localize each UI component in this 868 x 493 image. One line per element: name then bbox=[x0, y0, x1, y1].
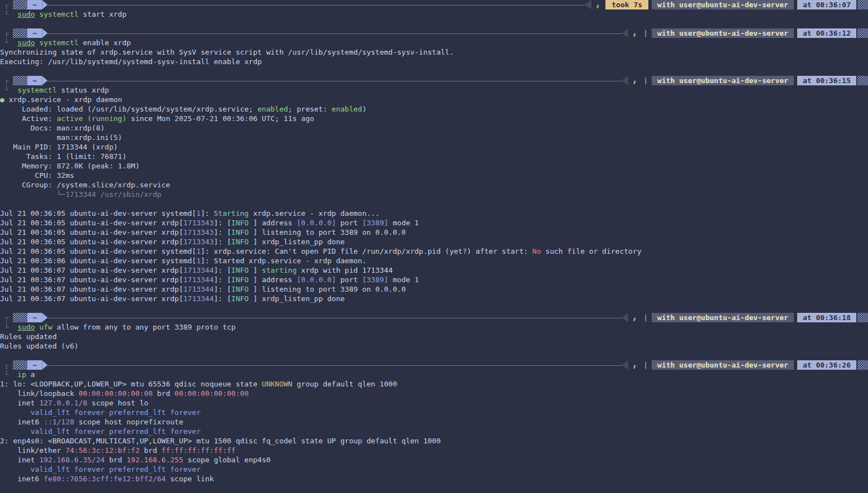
prompt-corner-top: ┌ bbox=[0, 313, 13, 322]
edge-dither-block-icon bbox=[857, 360, 868, 370]
output-text: ]: [ bbox=[214, 275, 231, 284]
home-badge-label: ~ bbox=[32, 28, 37, 38]
output-text: group default qlen 1000 bbox=[292, 379, 397, 389]
output-text: INFO bbox=[231, 228, 253, 237]
output-text: [3389] bbox=[362, 275, 389, 284]
prompt-corner-bottom: └ bbox=[0, 370, 17, 379]
output-text: brd bbox=[105, 455, 127, 465]
powerline-chevron-left-icon bbox=[622, 28, 628, 38]
status-ok-icon: , bbox=[632, 27, 638, 36]
os-dither-block-icon bbox=[13, 0, 27, 9]
command-text: enable xrdp bbox=[79, 38, 131, 47]
output-row: Docs: man:xrdp(8) bbox=[0, 123, 868, 133]
output-text: scope link bbox=[166, 474, 214, 484]
output-text: xrdp.service - xrdp daemon bbox=[4, 95, 122, 104]
blank-row bbox=[0, 199, 868, 209]
output-row: Synchronizing state of xrdp.service with… bbox=[0, 47, 868, 57]
output-text: INFO bbox=[231, 275, 253, 284]
output-text: 127.0.0.1/8 bbox=[39, 398, 87, 408]
output-text: INFO bbox=[231, 284, 253, 294]
status-ok-icon: , bbox=[632, 74, 638, 84]
output-text: Executing: /usr/lib/systemd/systemd-sysv… bbox=[0, 57, 262, 66]
output-text: ]: Started xrdp.service - xrdp daemon. bbox=[201, 256, 366, 265]
output-text: Rules updated (v6) bbox=[0, 341, 79, 351]
output-text: enabled bbox=[332, 104, 362, 114]
output-text: INFO bbox=[231, 218, 253, 228]
prompt-ruler-line bbox=[47, 0, 585, 6]
prompt-header-row: ┌ ~,|with user@ubuntu-ai-dev-serverat 00… bbox=[0, 360, 868, 370]
output-text: Jul 21 00:36:07 ubuntu-ai-dev-server xrd… bbox=[0, 284, 183, 294]
blank-row bbox=[0, 484, 868, 493]
output-text: link/loopback bbox=[0, 389, 79, 398]
output-row: Loaded: loaded (/usr/lib/systemd/system/… bbox=[0, 104, 868, 114]
output-text: Jul 21 00:36:05 ubuntu-ai-dev-server xrd… bbox=[0, 237, 183, 246]
output-row: CGroup: /system.slice/xrdp.service bbox=[0, 180, 868, 190]
output-text: link/ether bbox=[0, 446, 65, 455]
command-text: systemctl bbox=[39, 9, 78, 19]
output-row: Tasks: 1 (limit: 76871) bbox=[0, 152, 868, 161]
home-badge-label: ~ bbox=[32, 0, 37, 9]
output-text: 2: enp4s0: <BROADCAST,MULTICAST,UP,LOWER… bbox=[0, 436, 441, 446]
status-ok-icon: , bbox=[632, 311, 638, 321]
command-text bbox=[35, 38, 40, 47]
output-text: ] address bbox=[253, 275, 297, 284]
output-text: ff:ff:ff:ff:ff:ff bbox=[162, 446, 236, 455]
home-directory-badge: ~ bbox=[27, 28, 42, 38]
output-text: ::1/128 bbox=[43, 417, 74, 427]
output-row: Active: active (running) since Mon 2025-… bbox=[0, 114, 868, 123]
command-text: ip bbox=[17, 370, 26, 379]
prompt-corner-top: ┌ bbox=[0, 360, 13, 370]
output-text: ) bbox=[362, 104, 367, 114]
output-row: Jul 21 00:36:07 ubuntu-ai-dev-server xrd… bbox=[0, 284, 868, 294]
output-text: 1 bbox=[196, 246, 201, 256]
prompt-ruler-line bbox=[47, 360, 622, 366]
user-host-badge: with user@ubuntu-ai-dev-server bbox=[652, 360, 794, 370]
output-text: 1713343 bbox=[183, 218, 214, 228]
output-row: Jul 21 00:36:07 ubuntu-ai-dev-server xrd… bbox=[0, 275, 868, 284]
output-text: 74:56:3c:12:bf:f2 bbox=[65, 446, 139, 455]
command-text: status xrdp bbox=[57, 85, 109, 95]
output-text: 1 bbox=[196, 256, 201, 265]
output-text: ]: [ bbox=[214, 237, 231, 246]
command-row: └ ip a bbox=[0, 370, 868, 379]
output-text: valid_lft forever preferred_lft forever bbox=[0, 427, 201, 436]
terminal-screen[interactable]: ┌ ~,took 7swith user@ubuntu-ai-dev-serve… bbox=[0, 0, 868, 493]
home-directory-badge: ~ bbox=[27, 0, 42, 9]
user-host-badge: with user@ubuntu-ai-dev-server bbox=[652, 76, 794, 85]
blank-row bbox=[0, 66, 868, 76]
powerline-arrow-right-icon bbox=[42, 76, 47, 85]
output-text: 00:00:00:00:00:00 bbox=[79, 389, 153, 398]
output-text: valid_lft forever preferred_lft forever bbox=[0, 408, 201, 417]
output-row: Executing: /usr/lib/systemd/systemd-sysv… bbox=[0, 57, 868, 66]
prompt-corner-top: ┌ bbox=[0, 0, 13, 9]
timestamp-badge: at 00:36:07 bbox=[797, 0, 856, 9]
output-row: CPU: 32ms bbox=[0, 171, 868, 180]
output-row: valid_lft forever preferred_lft forever bbox=[0, 427, 868, 436]
powerline-chevron-left-icon bbox=[622, 313, 628, 322]
output-row: Jul 21 00:36:07 ubuntu-ai-dev-server xrd… bbox=[0, 294, 868, 303]
output-text: Memory: 872.0K (peak: 1.8M) bbox=[0, 161, 139, 171]
output-text: └─1713344 /usr/sbin/xrdp bbox=[0, 190, 162, 199]
home-badge-label: ~ bbox=[32, 313, 37, 322]
powerline-chevron-left-icon bbox=[622, 76, 628, 85]
output-text: scope host lo bbox=[88, 398, 149, 408]
output-row: Rules updated (v6) bbox=[0, 341, 868, 351]
status-ok-icon: , bbox=[632, 359, 638, 368]
segment-separator: | bbox=[643, 360, 648, 370]
command-text bbox=[35, 322, 40, 332]
output-row: link/ether 74:56:3c:12:bf:f2 brd ff:ff:f… bbox=[0, 446, 868, 455]
output-row: Main PID: 1713344 (xrdp) bbox=[0, 142, 868, 152]
prompt-corner-top: ┌ bbox=[0, 76, 13, 85]
output-text: Jul 21 00:36:05 ubuntu-ai-dev-server xrd… bbox=[0, 218, 183, 228]
output-text: INFO bbox=[231, 294, 253, 303]
output-text: ]: [ bbox=[214, 284, 231, 294]
output-row: 2: enp4s0: <BROADCAST,MULTICAST,UP,LOWER… bbox=[0, 436, 868, 446]
output-text: Rules updated bbox=[0, 332, 57, 341]
output-row: valid_lft forever preferred_lft forever bbox=[0, 465, 868, 474]
output-text: Jul 21 00:36:05 ubuntu-ai-dev-server sys… bbox=[0, 246, 196, 256]
os-dither-block-icon bbox=[13, 76, 27, 85]
output-text: scope global enp4s0 bbox=[183, 455, 271, 465]
output-row: Jul 21 00:36:05 ubuntu-ai-dev-server xrd… bbox=[0, 228, 868, 237]
home-badge-label: ~ bbox=[32, 360, 37, 370]
prompt-corner-bottom: └ bbox=[0, 85, 17, 95]
